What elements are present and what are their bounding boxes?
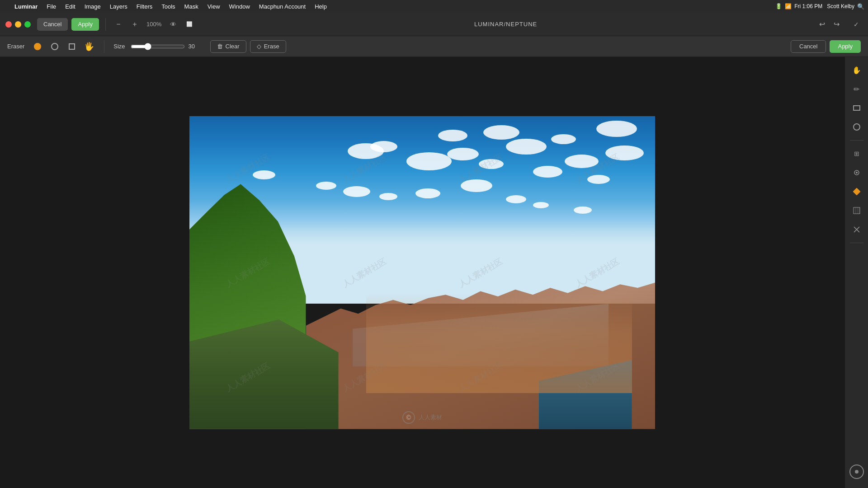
eraser-apply-button[interactable]: Apply — [830, 40, 861, 53]
clear-button[interactable]: 🗑 Clear — [210, 40, 246, 53]
close-button[interactable] — [5, 21, 12, 28]
erase-button[interactable]: ◇ Erase — [250, 40, 286, 53]
brush-stroke-option[interactable]: 🖐 — [83, 41, 95, 52]
menu-help[interactable]: Help — [310, 2, 331, 11]
search-icon[interactable]: 🔍 — [857, 3, 864, 10]
menu-edit[interactable]: Edit — [61, 2, 80, 11]
cloud-9 — [587, 175, 610, 184]
menu-mask[interactable]: Mask — [180, 2, 203, 11]
size-slider-group: 30 — [131, 43, 199, 50]
menu-file[interactable]: File — [42, 2, 61, 11]
cloud-6 — [506, 139, 547, 155]
erase-icon: ◇ — [257, 43, 261, 50]
cloud-22 — [551, 134, 576, 144]
pen-tool-button[interactable]: ✏ — [849, 81, 865, 97]
circle-tool-button[interactable] — [849, 119, 865, 135]
redo-icon: ↪ — [834, 20, 840, 28]
rectangle-tool-button[interactable] — [849, 100, 865, 116]
menu-macphun[interactable]: Macphun Account — [255, 2, 310, 11]
user-name: Scott Kelby — [827, 3, 854, 9]
hand-tool-button[interactable]: ✋ — [849, 62, 865, 78]
menu-filters[interactable]: Filters — [132, 2, 157, 11]
rect-icon — [853, 105, 860, 111]
eraser-cancel-button[interactable]: Cancel — [791, 40, 826, 53]
clear-label: Clear — [226, 43, 240, 50]
square-icon — [69, 43, 75, 50]
diamond-icon — [853, 188, 860, 195]
menu-layers[interactable]: Layers — [105, 2, 132, 11]
size-slider[interactable] — [131, 43, 185, 50]
menu-image[interactable]: Image — [80, 2, 105, 11]
brush-circle-option[interactable] — [49, 41, 61, 52]
fit-icon: ⬜ — [186, 21, 193, 27]
minimize-button[interactable] — [15, 21, 21, 28]
crop-tool-button[interactable]: ⊞ — [849, 145, 865, 162]
pin-tool-button[interactable] — [849, 164, 865, 181]
cloud-19 — [574, 206, 592, 214]
brush-fill-option[interactable] — [32, 41, 43, 52]
cloud-10 — [605, 145, 644, 160]
maximize-button[interactable] — [24, 21, 31, 28]
gradient-tool-button[interactable] — [849, 202, 865, 219]
cloud-15 — [461, 179, 492, 192]
toolbar-cancel-button[interactable]: Cancel — [37, 18, 68, 31]
traffic-lights — [5, 21, 31, 28]
cloud-2 — [370, 141, 397, 152]
watermark-logo: © — [402, 411, 415, 424]
eraser-toolbar: Eraser 🖐 Size 30 🗑 Clear ◇ Erase Cancel … — [0, 36, 868, 57]
stroke-icon: 🖐 — [84, 42, 94, 52]
menu-luminar[interactable]: Luminar — [10, 2, 42, 11]
hand-icon: ✋ — [852, 66, 861, 75]
svg-point-1 — [856, 172, 858, 174]
undo-icon: ↩ — [819, 20, 825, 28]
cloud-16 — [506, 195, 526, 203]
preview-button[interactable]: 👁 — [167, 18, 179, 31]
check-icon: ✓ — [854, 21, 859, 28]
time-display: Fri 1:06 PM — [794, 3, 822, 9]
eraser-divider-1 — [104, 40, 104, 53]
cloud-14 — [415, 188, 440, 198]
cloud-11 — [316, 182, 336, 190]
menubar: Luminar File Edit Image Layers Filters T… — [0, 0, 868, 13]
toolbar-apply-button[interactable]: Apply — [71, 18, 99, 31]
menu-tools[interactable]: Tools — [157, 2, 179, 11]
cloud-18 — [253, 170, 275, 179]
zoom-in-button[interactable]: + — [128, 18, 141, 31]
brush-square-option[interactable] — [66, 41, 78, 52]
zoom-out-button[interactable]: − — [112, 18, 125, 31]
cloud-20 — [438, 130, 467, 141]
main-toolbar: Cancel Apply − + 100% 👁 ⬜ LUMINAR/NEPTUN… — [0, 13, 868, 36]
cloud-5 — [479, 159, 504, 169]
fit-button[interactable]: ⬜ — [183, 18, 196, 31]
erase-tool-button[interactable] — [849, 183, 865, 200]
dot-icon — [855, 470, 859, 474]
transform-tool-button[interactable] — [849, 221, 865, 238]
pen-icon: ✏ — [854, 85, 859, 94]
size-label: Size — [113, 43, 125, 50]
circle-icon — [853, 123, 860, 131]
eye-icon: 👁 — [170, 21, 176, 28]
crop-icon: ⊞ — [854, 150, 859, 157]
menubar-right: 🔋 📶 Fri 1:06 PM Scott Kelby 🔍 — [775, 3, 864, 10]
plus-icon: + — [132, 20, 137, 28]
scene: 人人素材社区 人人素材社区 人人素材社区 人人素材社区 人人素材社区 人人素材社… — [189, 116, 655, 429]
gradient-icon — [853, 207, 860, 214]
toolbar-divider-1 — [105, 18, 106, 31]
clear-icon: 🗑 — [217, 43, 223, 50]
photo-container[interactable]: 人人素材社区 人人素材社区 人人素材社区 人人素材社区 人人素材社区 人人素材社… — [189, 116, 655, 429]
cloud-23 — [596, 121, 637, 137]
undo-button[interactable]: ↩ — [816, 18, 828, 31]
right-toolbar-divider-1 — [850, 140, 863, 141]
cloud-13 — [379, 193, 397, 200]
redo-button[interactable]: ↪ — [830, 18, 843, 31]
svg-rect-2 — [853, 188, 860, 195]
checkmark-button[interactable]: ✓ — [850, 18, 863, 31]
menu-view[interactable]: View — [203, 2, 225, 11]
main-content: 人人素材社区 人人素材社区 人人素材社区 人人素材社区 人人素材社区 人人素材社… — [0, 57, 868, 488]
menu-window[interactable]: Window — [225, 2, 255, 11]
eraser-action-buttons: 🗑 Clear ◇ Erase — [210, 40, 286, 53]
action-circle-button[interactable] — [849, 465, 864, 479]
app-title: LUMINAR/NEPTUNE — [199, 21, 812, 28]
wifi-icon: 📶 — [785, 3, 792, 9]
pin-svg-icon — [853, 169, 860, 176]
